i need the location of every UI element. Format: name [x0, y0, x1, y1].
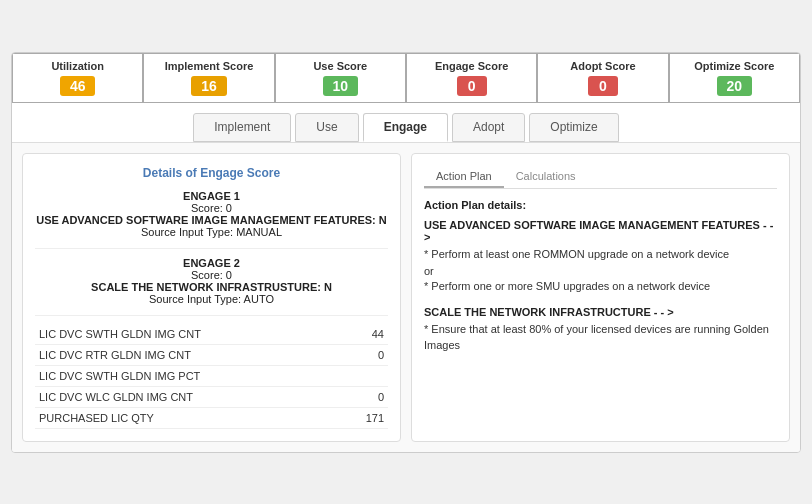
engage2-score: Score: 0 [35, 269, 388, 281]
row-label: PURCHASED LIC QTY [35, 407, 341, 428]
row-value: 0 [341, 386, 388, 407]
score-label: Use Score [313, 60, 367, 72]
score-label: Implement Score [165, 60, 254, 72]
tab-use[interactable]: Use [295, 113, 358, 142]
left-panel: Details of Engage Score ENGAGE 1 Score: … [22, 153, 401, 442]
action-feature: USE ADVANCED SOFTWARE IMAGE MANAGEMENT F… [424, 219, 777, 243]
score-cell: Use Score 10 [275, 53, 406, 103]
action-text: * Perform at least one ROMMON upgrade on… [424, 247, 777, 262]
score-label: Utilization [51, 60, 104, 72]
action-blocks: USE ADVANCED SOFTWARE IMAGE MANAGEMENT F… [424, 219, 777, 354]
engage2-feature: SCALE THE NETWORK INFRASTRUSTURE: N [35, 281, 388, 293]
score-value: 46 [60, 76, 96, 96]
row-label: LIC DVC SWTH GLDN IMG CNT [35, 324, 341, 345]
data-table: LIC DVC SWTH GLDN IMG CNT 44 LIC DVC RTR… [35, 324, 388, 429]
score-cell: Optimize Score 20 [669, 53, 800, 103]
main-container: Utilization 46 Implement Score 16 Use Sc… [11, 52, 801, 453]
engage1-score: Score: 0 [35, 202, 388, 214]
score-cell: Implement Score 16 [143, 53, 274, 103]
table-row: LIC DVC WLC GLDN IMG CNT 0 [35, 386, 388, 407]
engage1-section: ENGAGE 1 Score: 0 USE ADVANCED SOFTWARE … [35, 190, 388, 238]
tabs-row: ImplementUseEngageAdoptOptimize [12, 103, 800, 143]
right-tab-action-plan[interactable]: Action Plan [424, 166, 504, 188]
row-value: 171 [341, 407, 388, 428]
row-value: 44 [341, 324, 388, 345]
action-text: * Perform one or more SMU upgrades on a … [424, 279, 777, 294]
score-cell: Engage Score 0 [406, 53, 537, 103]
tab-adopt[interactable]: Adopt [452, 113, 525, 142]
score-value: 16 [191, 76, 227, 96]
panel-title: Details of Engage Score [35, 166, 388, 180]
score-value: 0 [457, 76, 487, 96]
score-cell: Adopt Score 0 [537, 53, 668, 103]
row-label: LIC DVC SWTH GLDN IMG PCT [35, 365, 341, 386]
table-row: LIC DVC SWTH GLDN IMG PCT [35, 365, 388, 386]
score-label: Engage Score [435, 60, 508, 72]
action-or: or [424, 265, 777, 277]
row-value: 0 [341, 344, 388, 365]
table-row: PURCHASED LIC QTY 171 [35, 407, 388, 428]
engage2-section: ENGAGE 2 Score: 0 SCALE THE NETWORK INFR… [35, 257, 388, 305]
score-label: Adopt Score [570, 60, 635, 72]
right-panel: Action PlanCalculations Action Plan deta… [411, 153, 790, 442]
right-tabs-row: Action PlanCalculations [424, 166, 777, 189]
engage1-feature: USE ADVANCED SOFTWARE IMAGE MANAGEMENT F… [35, 214, 388, 226]
tab-implement[interactable]: Implement [193, 113, 291, 142]
action-plan-title: Action Plan details: [424, 199, 777, 211]
row-label: LIC DVC RTR GLDN IMG CNT [35, 344, 341, 365]
action-block: SCALE THE NETWORK INFRASTRUCTURE - - > *… [424, 306, 777, 353]
table-row: LIC DVC SWTH GLDN IMG CNT 44 [35, 324, 388, 345]
row-label: LIC DVC WLC GLDN IMG CNT [35, 386, 341, 407]
engage1-title: ENGAGE 1 [35, 190, 388, 202]
table-row: LIC DVC RTR GLDN IMG CNT 0 [35, 344, 388, 365]
score-value: 0 [588, 76, 618, 96]
score-bar: Utilization 46 Implement Score 16 Use Sc… [12, 53, 800, 103]
score-label: Optimize Score [694, 60, 774, 72]
action-feature: SCALE THE NETWORK INFRASTRUCTURE - - > [424, 306, 777, 318]
right-tab-calculations[interactable]: Calculations [504, 166, 588, 188]
engage2-title: ENGAGE 2 [35, 257, 388, 269]
score-value: 20 [717, 76, 753, 96]
tab-engage[interactable]: Engage [363, 113, 448, 142]
score-value: 10 [323, 76, 359, 96]
tab-optimize[interactable]: Optimize [529, 113, 618, 142]
score-cell: Utilization 46 [12, 53, 143, 103]
row-value [341, 365, 388, 386]
engage1-source: Source Input Type: MANUAL [35, 226, 388, 238]
action-block: USE ADVANCED SOFTWARE IMAGE MANAGEMENT F… [424, 219, 777, 295]
main-content: Details of Engage Score ENGAGE 1 Score: … [12, 143, 800, 452]
action-text: * Ensure that at least 80% of your licen… [424, 322, 777, 353]
engage2-source: Source Input Type: AUTO [35, 293, 388, 305]
